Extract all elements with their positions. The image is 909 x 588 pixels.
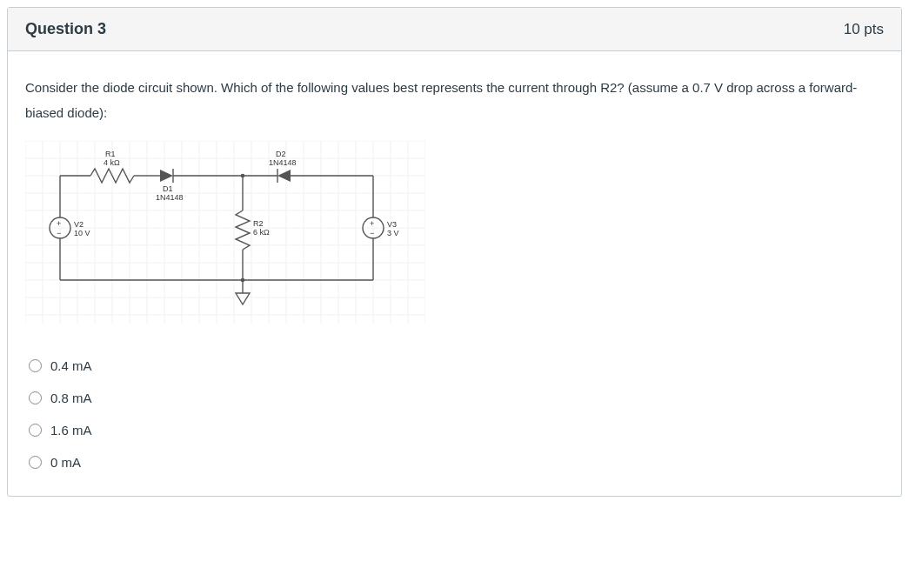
v2-name: V2 bbox=[74, 220, 84, 229]
answer-option-b[interactable]: 0.8 mA bbox=[25, 382, 884, 414]
circuit-diagram: + − V2 10 V R1 4 kΩ D1 1N4148 bbox=[25, 141, 425, 324]
answer-option-a[interactable]: 0.4 mA bbox=[25, 350, 884, 382]
answer-label: 0 mA bbox=[50, 455, 81, 470]
svg-text:−: − bbox=[57, 229, 61, 237]
question-prompt: Consider the diode circuit shown. Which … bbox=[25, 76, 884, 125]
question-card: Question 3 10 pts Consider the diode cir… bbox=[7, 7, 902, 497]
d2-name: D2 bbox=[276, 150, 286, 158]
r1-name: R1 bbox=[105, 150, 116, 158]
svg-text:+: + bbox=[370, 219, 374, 228]
r2-name: R2 bbox=[253, 219, 264, 228]
v2-value: 10 V bbox=[74, 229, 90, 237]
r1-value: 4 kΩ bbox=[104, 158, 120, 167]
d1-part: 1N4148 bbox=[156, 193, 184, 202]
answer-label: 1.6 mA bbox=[50, 423, 92, 438]
answer-list: 0.4 mA 0.8 mA 1.6 mA 0 mA bbox=[25, 350, 884, 478]
radio-icon bbox=[29, 424, 42, 437]
d2-part: 1N4148 bbox=[269, 158, 297, 167]
answer-option-c[interactable]: 1.6 mA bbox=[25, 414, 884, 446]
question-points: 10 pts bbox=[844, 21, 884, 38]
answer-label: 0.8 mA bbox=[50, 391, 92, 405]
radio-icon bbox=[29, 456, 42, 469]
answer-option-d[interactable]: 0 mA bbox=[25, 446, 884, 478]
radio-icon bbox=[29, 359, 42, 372]
svg-text:+: + bbox=[57, 219, 61, 228]
answer-label: 0.4 mA bbox=[50, 358, 92, 373]
svg-text:−: − bbox=[370, 229, 374, 237]
question-body: Consider the diode circuit shown. Which … bbox=[8, 51, 901, 496]
v3-value: 3 V bbox=[387, 229, 399, 237]
question-header: Question 3 10 pts bbox=[8, 8, 901, 51]
question-title: Question 3 bbox=[25, 20, 106, 38]
radio-icon bbox=[29, 391, 42, 404]
v3-name: V3 bbox=[387, 220, 397, 229]
d1-name: D1 bbox=[163, 184, 173, 193]
r2-value: 6 kΩ bbox=[253, 228, 270, 237]
